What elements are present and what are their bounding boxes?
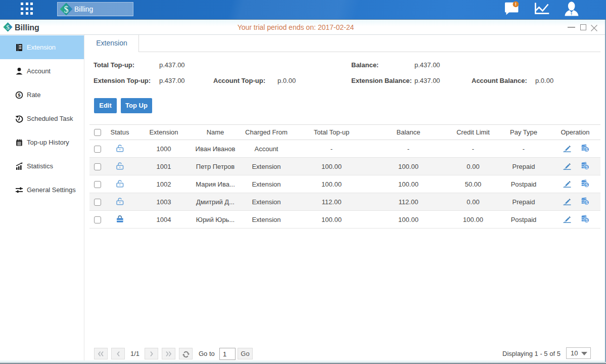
svg-text:!: ! [515, 2, 517, 7]
svg-text:S: S [585, 165, 588, 170]
svg-text:S: S [585, 183, 588, 188]
svg-text:$: $ [64, 5, 69, 15]
svg-text:S: S [585, 147, 588, 152]
svg-text:$: $ [18, 92, 21, 98]
svg-text:S: S [585, 200, 588, 205]
svg-text:S: S [585, 218, 588, 223]
